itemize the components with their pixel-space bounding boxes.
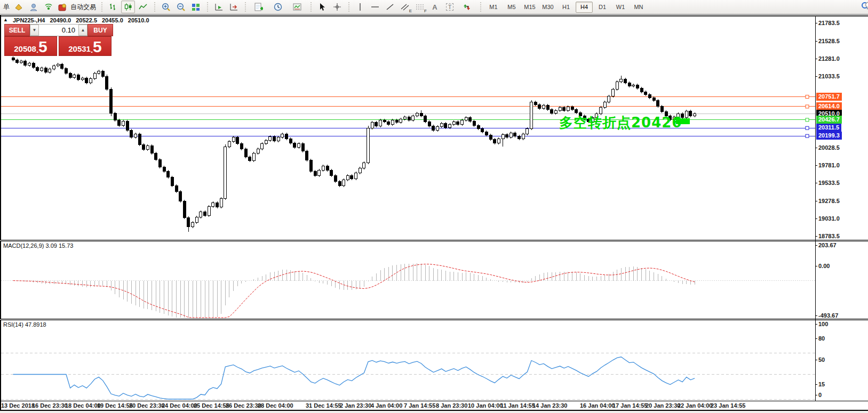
toolbar-separator bbox=[153, 1, 156, 13]
time-label: 11 Jan 14:55 bbox=[500, 402, 535, 409]
candles bbox=[12, 56, 696, 232]
ohlc-open: 20490.0 bbox=[50, 17, 71, 23]
price-level-label: 20311.5 bbox=[816, 124, 841, 132]
periods-clock-icon[interactable] bbox=[269, 1, 287, 13]
chart-title: ▲ JPN225-,H4 20490.0 20522.5 20455.0 205… bbox=[3, 17, 149, 23]
time-label: 19 Dec 14:55 bbox=[97, 402, 133, 409]
chart-shift-icon[interactable] bbox=[227, 1, 241, 13]
autotrading-icon[interactable] bbox=[57, 1, 68, 13]
toolbar-separator bbox=[347, 1, 351, 13]
time-label: 8 Jan 23:30 bbox=[436, 402, 467, 409]
rsi-line bbox=[13, 357, 695, 399]
timeframe-w1[interactable]: W1 bbox=[612, 2, 629, 13]
rsi-tick-label: 15 bbox=[818, 381, 825, 387]
market-icon[interactable] bbox=[27, 1, 41, 13]
timeframe-m1[interactable]: M1 bbox=[485, 2, 502, 13]
time-label: 31 Dec 14:55 bbox=[306, 402, 341, 409]
time-label: 23 Jan 14:55 bbox=[711, 402, 745, 409]
time-label: 20 Jan 23:30 bbox=[646, 402, 680, 409]
macd-tick-label: 203.67 bbox=[818, 242, 837, 248]
horizontal-line-tool-icon[interactable] bbox=[368, 1, 382, 13]
timeframe-m15[interactable]: M15 bbox=[521, 2, 538, 13]
time-label: 28 Dec 04:00 bbox=[258, 402, 293, 409]
auto-scroll-icon[interactable] bbox=[212, 1, 226, 13]
timeframe-m5[interactable]: M5 bbox=[503, 2, 520, 13]
timeframe-h4[interactable]: H4 bbox=[576, 2, 593, 13]
line-chart-icon[interactable] bbox=[136, 1, 150, 13]
gold-icon[interactable] bbox=[12, 1, 26, 13]
buy-price[interactable]: 20531.5 bbox=[59, 36, 112, 56]
timeframe-h1[interactable]: H1 bbox=[558, 2, 575, 13]
equidistant-channel-tool-icon[interactable]: E bbox=[398, 1, 412, 13]
main-price-chart[interactable] bbox=[1, 17, 815, 240]
price-tick-label: 19031.0 bbox=[818, 215, 840, 222]
channel-sub-letter: E bbox=[409, 9, 412, 13]
main-toolbar: 单 自动交易 bbox=[0, 0, 868, 14]
time-label: 24 Dec 04:00 bbox=[162, 402, 197, 409]
buy-button[interactable]: BUY bbox=[87, 24, 113, 36]
collapse-triangle-icon[interactable]: ▲ bbox=[3, 17, 8, 23]
arrows-tool-icon[interactable] bbox=[458, 1, 476, 13]
ohlc-high: 20522.5 bbox=[76, 17, 97, 23]
fibo-sub-letter: F bbox=[424, 9, 427, 13]
buy-price-pip: 5 bbox=[93, 39, 102, 54]
price-tick-label: 21528.5 bbox=[818, 38, 840, 44]
time-label: 22 Jan 04:00 bbox=[678, 402, 712, 409]
time-label: 25 Dec 14:55 bbox=[194, 402, 229, 409]
price-axis-line bbox=[815, 17, 816, 401]
price-level-label: 20426.7 bbox=[816, 116, 842, 124]
ohlc-close: 20510.0 bbox=[128, 17, 149, 23]
tile-windows-icon[interactable] bbox=[189, 1, 203, 13]
volume-decrease-button[interactable]: ▼ bbox=[30, 25, 39, 36]
candlestick-chart-icon[interactable] bbox=[121, 1, 135, 13]
text-label-tool-icon[interactable]: T bbox=[443, 1, 457, 13]
autotrading-label[interactable]: 自动交易 bbox=[69, 3, 97, 12]
ohlc-low: 20455.0 bbox=[102, 17, 123, 23]
zoom-out-icon[interactable] bbox=[174, 1, 188, 13]
cursor-icon[interactable] bbox=[315, 1, 329, 13]
macd-indicator-chart[interactable] bbox=[1, 241, 815, 319]
bar-chart-icon[interactable] bbox=[106, 1, 120, 13]
volume-input[interactable]: 0.10 bbox=[39, 25, 78, 36]
vertical-line-tool-icon[interactable] bbox=[353, 1, 367, 13]
time-label: 17 Jan 14:55 bbox=[612, 402, 647, 409]
timeframe-m30[interactable]: M30 bbox=[539, 2, 556, 13]
volume-increase-button[interactable]: ▲ bbox=[78, 25, 87, 36]
sell-price[interactable]: 20508.5 bbox=[4, 36, 57, 56]
sell-price-pip: 5 bbox=[38, 39, 47, 54]
time-label: 18 Dec 04:00 bbox=[65, 402, 101, 409]
time-label: 4 Jan 04:00 bbox=[371, 402, 402, 409]
rsi-label: RSI(14) 47.8918 bbox=[3, 321, 46, 328]
time-label: 16 Dec 23:30 bbox=[32, 402, 68, 409]
time-label: 2 Jan 23:30 bbox=[340, 402, 371, 409]
templates-icon[interactable] bbox=[288, 1, 306, 13]
text-tool-icon[interactable]: A bbox=[428, 1, 442, 13]
zoom-in-icon[interactable] bbox=[159, 1, 173, 13]
timeframe-mn[interactable]: MN bbox=[630, 2, 647, 13]
trendline-tool-icon[interactable] bbox=[383, 1, 397, 13]
sell-price-main: 20508 bbox=[14, 44, 36, 54]
price-tick-label: 19278.5 bbox=[818, 198, 840, 204]
symbol-period-label: JPN225-,H4 bbox=[13, 17, 45, 23]
toolbar-separator bbox=[243, 1, 247, 13]
volume-stepper: ▼ 0.10 ▲ bbox=[30, 24, 87, 36]
crosshair-icon[interactable] bbox=[330, 1, 344, 13]
timeframe-d1[interactable]: D1 bbox=[594, 2, 611, 13]
price-tick-label: 18783.5 bbox=[818, 233, 840, 239]
price-level-label: 20199.3 bbox=[816, 132, 842, 140]
time-label: 20 Dec 23:30 bbox=[129, 402, 165, 409]
signals-icon[interactable] bbox=[42, 1, 55, 13]
price-level-label: 20614.0 bbox=[816, 102, 842, 110]
price-tick-label: 21033.5 bbox=[818, 73, 840, 79]
toolbar-separator bbox=[309, 1, 313, 13]
price-level-label: 20751.7 bbox=[816, 93, 842, 101]
sell-button[interactable]: SELL bbox=[4, 24, 30, 36]
rsi-tick-label: 0 bbox=[818, 392, 822, 398]
time-label: 16 Jan 04:00 bbox=[580, 402, 615, 409]
rsi-indicator-chart[interactable] bbox=[1, 320, 815, 401]
chart-window: ▲ JPN225-,H4 20490.0 20522.5 20455.0 205… bbox=[0, 14, 868, 413]
new-order-button[interactable]: 单 bbox=[2, 3, 11, 12]
indicators-icon[interactable] bbox=[250, 1, 268, 13]
price-tick-label: 21783.5 bbox=[818, 20, 840, 26]
fibonacci-tool-icon[interactable]: F bbox=[413, 1, 427, 13]
